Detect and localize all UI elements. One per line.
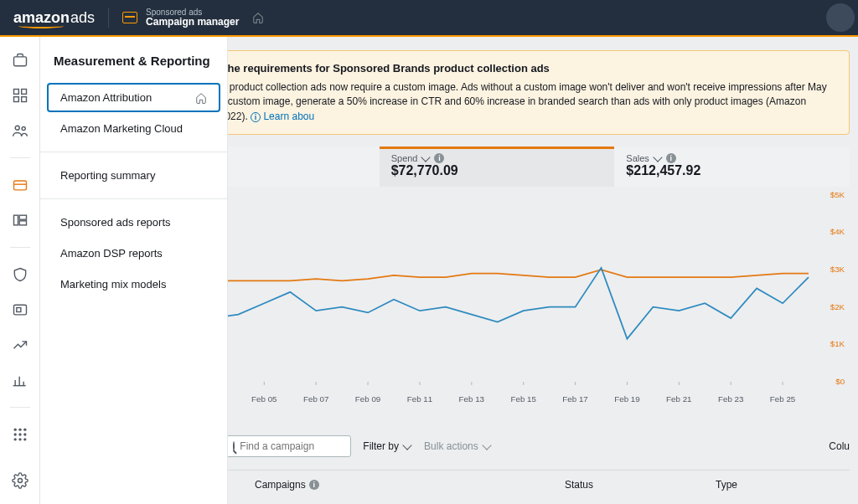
- svg-point-23: [23, 433, 26, 435]
- svg-rect-1: [13, 90, 18, 95]
- flyout-item[interactable]: Amazon DSP reports: [47, 239, 220, 268]
- dashboard-icon[interactable]: [12, 87, 28, 104]
- svg-text:Feb 17: Feb 17: [562, 394, 587, 404]
- svg-point-20: [23, 429, 26, 431]
- notice-title: 've changed the requirements for Sponsor…: [228, 61, 835, 77]
- svg-rect-11: [19, 221, 26, 225]
- metric-value: $212,457.92: [626, 163, 838, 178]
- info-icon: i: [666, 153, 676, 163]
- svg-text:Feb 21: Feb 21: [666, 394, 691, 404]
- flyout-item[interactable]: Reporting summary: [47, 161, 220, 190]
- metric-card[interactable]: Spendi$72,770.09: [380, 147, 615, 187]
- flyout-menu: Measurement & Reporting Amazon Attributi…: [40, 37, 228, 504]
- svg-point-26: [23, 438, 26, 440]
- flyout-item[interactable]: Sponsored ads reports: [47, 208, 220, 237]
- chevron-down-icon: [653, 152, 662, 162]
- svg-text:Feb 05: Feb 05: [251, 394, 277, 404]
- svg-point-27: [18, 479, 22, 483]
- chevron-down-icon: [421, 152, 431, 162]
- users-icon[interactable]: [12, 122, 28, 139]
- notice-body: a custom image, generate a 50% increase …: [228, 95, 806, 121]
- metric-card[interactable]: i: [228, 147, 380, 187]
- svg-rect-0: [13, 57, 26, 66]
- svg-text:Feb 15: Feb 15: [510, 394, 536, 404]
- logo-sub: ads: [70, 9, 95, 27]
- logo-smile-icon: [18, 23, 64, 28]
- svg-text:Feb 23: Feb 23: [718, 394, 744, 404]
- flyout-item-label: Marketing mix models: [60, 278, 166, 291]
- apps-icon[interactable]: [12, 426, 28, 443]
- svg-point-6: [22, 126, 25, 130]
- shield-icon[interactable]: [12, 266, 28, 283]
- svg-point-25: [18, 438, 21, 440]
- rail-separator: [10, 157, 30, 158]
- svg-point-24: [13, 438, 16, 440]
- chevron-down-icon: [482, 440, 491, 450]
- avatar[interactable]: [826, 3, 855, 32]
- chart: $0$1K$2K$3K$4K$5KFeb 01Feb 03Feb 05Feb 0…: [228, 187, 850, 419]
- svg-rect-13: [16, 308, 20, 312]
- metric-card[interactable]: Salesi$212,457.92: [614, 147, 850, 187]
- gear-icon[interactable]: [12, 472, 28, 489]
- breadcrumb[interactable]: Sponsored ads Campaign manager: [122, 8, 264, 28]
- metric-value: $72,770.09: [391, 163, 603, 178]
- col-active[interactable]: Active: [228, 479, 245, 491]
- svg-rect-12: [13, 305, 26, 315]
- table-header: Active Campaignsi Status Type: [228, 470, 850, 491]
- columns-button[interactable]: Colu: [829, 440, 850, 452]
- notice-banner: 've changed the requirements for Sponsor…: [228, 50, 850, 135]
- flyout-separator: [40, 152, 227, 152]
- flyout-item[interactable]: Amazon Marketing Cloud: [47, 114, 220, 143]
- card-icon: [122, 12, 137, 23]
- flyout-item-label: Reporting summary: [60, 169, 155, 182]
- svg-text:Feb 09: Feb 09: [355, 394, 380, 404]
- home-icon: [195, 92, 207, 104]
- svg-text:Feb 11: Feb 11: [407, 394, 432, 404]
- svg-rect-9: [13, 215, 18, 225]
- bulk-actions-button[interactable]: Bulk actions: [424, 440, 492, 452]
- flyout-item-label: Amazon DSP reports: [60, 247, 163, 260]
- info-icon: i: [251, 112, 261, 122]
- svg-text:$2K: $2K: [830, 302, 845, 311]
- col-campaigns[interactable]: Campaignsi: [245, 479, 555, 491]
- bar-chart-icon[interactable]: [12, 372, 28, 388]
- metrics-row: iSpendi$72,770.09Salesi$212,457.92: [228, 147, 850, 187]
- home-icon: [252, 12, 264, 23]
- rail-separator: [10, 407, 30, 408]
- main-content: 've changed the requirements for Sponsor…: [228, 37, 858, 504]
- media-icon[interactable]: [12, 301, 28, 318]
- svg-point-22: [18, 433, 21, 435]
- flyout-item-label: Amazon Attribution: [60, 91, 152, 104]
- flyout-item[interactable]: Amazon Attribution: [47, 83, 220, 112]
- briefcase-icon[interactable]: [12, 52, 28, 69]
- rail-separator: [10, 247, 30, 248]
- trending-up-icon[interactable]: [12, 337, 28, 353]
- icon-rail: [0, 37, 40, 504]
- flyout-separator: [40, 198, 227, 199]
- svg-point-21: [13, 433, 16, 435]
- card-icon[interactable]: [12, 177, 28, 193]
- svg-text:$1K: $1K: [830, 339, 845, 348]
- columns-icon[interactable]: [12, 212, 28, 229]
- metric-label: i: [228, 153, 368, 163]
- svg-rect-4: [21, 97, 26, 102]
- flyout-item-label: Sponsored ads reports: [60, 216, 171, 229]
- flyout-item-label: Amazon Marketing Cloud: [60, 122, 183, 135]
- svg-point-18: [13, 429, 16, 431]
- filter-by-button[interactable]: Filter by: [363, 440, 412, 452]
- col-status[interactable]: Status: [555, 479, 706, 491]
- breadcrumb-big: Campaign manager: [146, 17, 239, 28]
- svg-text:$0: $0: [835, 377, 845, 386]
- col-type[interactable]: Type: [706, 479, 747, 491]
- search-input[interactable]: [228, 435, 351, 457]
- learn-more-link[interactable]: Learn abou: [263, 111, 314, 122]
- svg-text:$4K: $4K: [830, 227, 845, 236]
- svg-text:Feb 25: Feb 25: [770, 394, 796, 404]
- flyout-item[interactable]: Marketing mix models: [47, 270, 220, 299]
- svg-rect-3: [13, 97, 18, 102]
- svg-rect-10: [19, 215, 26, 219]
- info-icon: i: [434, 153, 444, 163]
- metric-label: Salesi: [626, 153, 838, 163]
- search-field[interactable]: [240, 440, 365, 452]
- divider: [108, 8, 109, 28]
